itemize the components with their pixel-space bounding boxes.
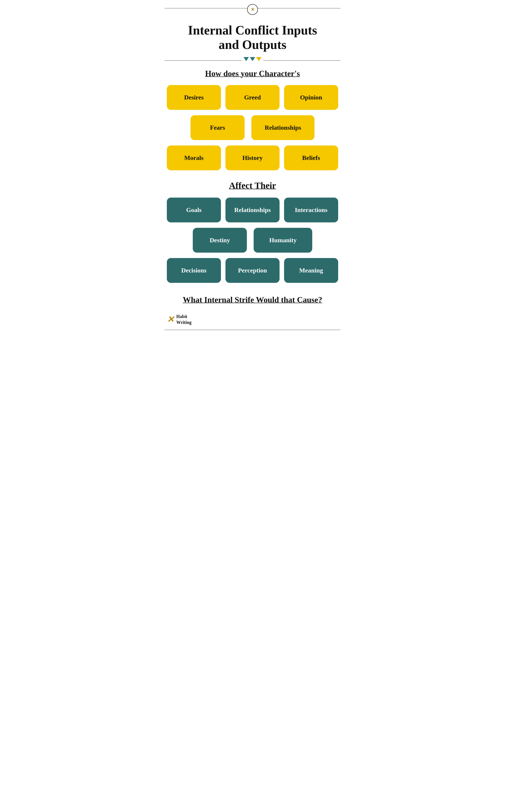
card-relationships-out: Relationships [225,197,280,223]
card-greed: Greed [225,85,280,110]
section-how-label: How does your Character's [158,66,347,85]
title-section: Internal Conflict Inputs and Outputs [158,16,347,54]
outputs-row-1: Goals Relationships Interactions [167,197,338,223]
brand-logo-icon: ✕ [167,315,174,324]
card-decisions: Decisions [167,258,221,283]
inputs-row-3: Morals History Beliefs [167,145,338,170]
card-fears: Fears [190,115,244,140]
logo-circle: ✕ [247,4,258,15]
card-desires: Desires [167,85,221,110]
inputs-row-2: Fears Relationships [167,115,338,140]
arrow-teal-2 [250,57,255,61]
card-humanity: Humanity [254,228,312,253]
card-meaning: Meaning [284,258,338,283]
inputs-row-1: Desires Greed Opinion [167,85,338,110]
card-morals: Morals [167,145,221,170]
arrow-gold [256,57,262,61]
bottom-question: What Internal Strife Would that Cause? [158,288,347,311]
outputs-grid: Goals Relationships Interactions Destiny… [158,197,347,283]
card-goals: Goals [167,197,221,223]
divider-section [158,54,347,66]
card-beliefs: Beliefs [284,145,338,170]
bottom-brand: ✕ Habit Writing [158,311,347,330]
outputs-row-2: Destiny Humanity [167,228,338,253]
page: ✕ Internal Conflict Inputs and Outputs H… [158,0,347,339]
logo-icon: ✕ [251,7,255,12]
section-affect-label: Affect Their [158,176,347,197]
card-destiny: Destiny [193,228,247,253]
card-history: History [225,145,280,170]
bottom-line [165,330,340,330]
card-interactions: Interactions [284,197,338,223]
arrow-teal-1 [243,57,249,61]
divider-arrows [242,57,263,61]
outputs-row-3: Decisions Perception Meaning [167,258,338,283]
card-relationships-in: Relationships [251,115,315,140]
brand-name: Habit Writing [176,313,191,325]
card-opinion: Opinion [284,85,338,110]
card-perception: Perception [225,258,280,283]
inputs-grid: Desires Greed Opinion Fears Relationship… [158,85,347,170]
top-logo-bar: ✕ [158,0,347,16]
main-title: Internal Conflict Inputs and Outputs [171,23,334,52]
